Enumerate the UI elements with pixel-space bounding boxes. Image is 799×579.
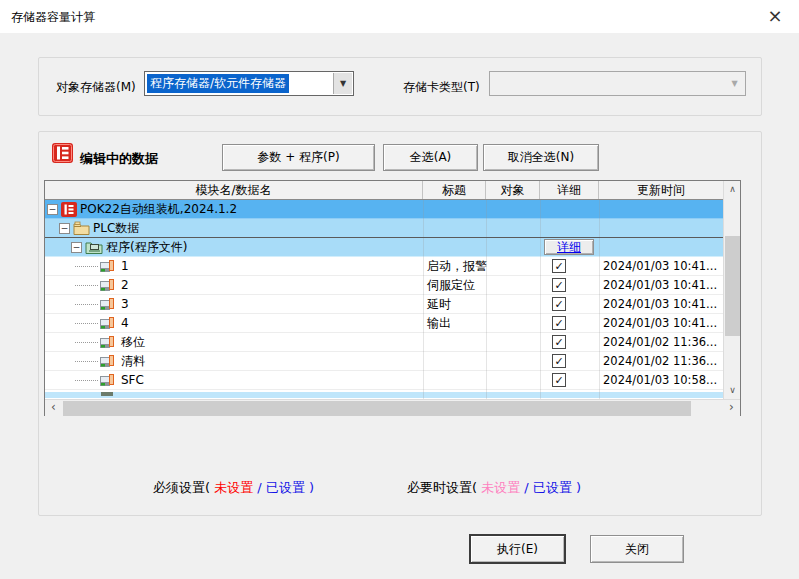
updated-cell: 2024/01/03 10:58... — [603, 371, 717, 389]
tree-item-label: 清料 — [121, 352, 145, 370]
legend-paren: ) — [576, 480, 581, 495]
col-header-name[interactable]: 模块名/数据名 — [45, 181, 423, 199]
close-icon[interactable]: × — [758, 2, 792, 30]
table-row[interactable]: 4 输出 ✓ 2024/01/03 10:41... — [45, 314, 723, 333]
memory-select-group: 对象存储器(M) 程序存储器/软元件存储器 ▼ 存储卡类型(T) ▼ — [38, 57, 762, 116]
target-checkbox[interactable]: ✓ — [552, 259, 566, 273]
tree-connector — [75, 361, 98, 362]
project-icon — [52, 143, 73, 166]
tree-connector — [75, 285, 98, 286]
table-row[interactable]: 3 延时 ✓ 2024/01/03 10:41... — [45, 295, 723, 314]
param-program-button[interactable]: 参数 + 程序(P) — [222, 144, 375, 171]
program-icon — [99, 354, 115, 371]
tree-item-label: 移位 — [121, 333, 145, 351]
collapse-icon[interactable]: − — [47, 204, 58, 215]
deselect-all-button[interactable]: 取消全选(N) — [483, 144, 599, 171]
tree-connector — [75, 304, 98, 305]
required-label: 必须设置( — [153, 480, 210, 495]
target-checkbox[interactable]: ✓ — [552, 278, 566, 292]
target-checkbox[interactable]: ✓ — [552, 297, 566, 311]
table-row[interactable]: 移位 ✓ 2024/01/02 11:36... — [45, 333, 723, 352]
title-cell: 延时 — [427, 295, 451, 313]
tree-connector — [75, 380, 98, 381]
title-cell: 启动，报警 — [427, 257, 487, 275]
legend-paren: ) — [309, 480, 314, 495]
project-icon — [61, 202, 77, 220]
table-row[interactable]: − 程序(程序文件) ✓ 详细 — [45, 238, 723, 257]
title-cell: 输出 — [427, 314, 451, 332]
col-header-target[interactable]: 对象 — [486, 181, 540, 199]
col-header-updated[interactable]: 更新时间 — [599, 181, 723, 199]
partial-row — [45, 390, 723, 399]
tree-connector — [75, 342, 98, 343]
program-icon — [99, 297, 115, 314]
updated-cell: 2024/01/03 10:41... — [603, 276, 717, 294]
program-icon — [99, 316, 115, 333]
scroll-up-icon[interactable]: ∧ — [724, 181, 741, 198]
tree-item-label: PLC数据 — [93, 219, 139, 237]
title-cell: 伺服定位 — [427, 276, 475, 294]
gridline — [540, 200, 541, 399]
target-checkbox[interactable]: ✓ — [552, 354, 566, 368]
collapse-icon[interactable]: − — [59, 223, 70, 234]
optional-label: 必要时设置( — [407, 480, 477, 495]
table-row[interactable]: SFC ✓ 2024/01/03 10:58... — [45, 371, 723, 390]
tree-item-label: 程序(程序文件) — [106, 238, 187, 256]
legend-slash: / — [257, 480, 261, 495]
execute-button[interactable]: 执行(E) — [470, 535, 565, 563]
edit-data-title: 编辑中的数据 — [80, 150, 158, 168]
chevron-down-icon[interactable]: ▼ — [333, 73, 352, 94]
tree-item-label: POK22自动组装机,2024.1.2 — [80, 200, 237, 218]
window-title: 存储器容量计算 — [11, 9, 95, 26]
legend-slash: / — [524, 480, 528, 495]
col-header-title[interactable]: 标题 — [423, 181, 486, 199]
folder-icon — [73, 221, 90, 238]
optional-not-set: 未设置 — [481, 480, 520, 495]
tree-connector — [75, 266, 98, 267]
updated-cell: 2024/01/02 11:36... — [603, 352, 717, 370]
table-row[interactable]: 清料 ✓ 2024/01/02 11:36... — [45, 352, 723, 371]
updated-cell: 2024/01/03 10:41... — [603, 257, 717, 275]
scroll-down-icon[interactable]: ∨ — [724, 382, 741, 399]
close-button[interactable]: 关闭 — [590, 535, 684, 563]
partial-row-icon-fragment — [101, 392, 113, 396]
table-row[interactable]: 2 伺服定位 ✓ 2024/01/03 10:41... — [45, 276, 723, 295]
table-header: 模块名/数据名 标题 对象 详细 更新时间 — [45, 181, 723, 200]
gridline — [486, 200, 487, 399]
program-icon — [99, 259, 115, 276]
optional-set: 已设置 — [533, 480, 572, 495]
required-legend: 必须设置( 未设置 / 已设置 ) — [153, 479, 314, 497]
updated-cell: 2024/01/03 10:41... — [603, 314, 717, 332]
select-all-button[interactable]: 全选(A) — [383, 144, 478, 171]
horizontal-scrollbar[interactable]: ‹ › — [45, 399, 740, 416]
target-checkbox[interactable]: ✓ — [552, 316, 566, 330]
horizontal-scroll-thumb[interactable] — [63, 401, 691, 416]
table-row[interactable]: − POK22自动组装机,2024.1.2 — [45, 200, 723, 219]
program-icon — [99, 335, 115, 352]
vertical-scrollbar[interactable]: ∧ ∨ — [723, 181, 740, 399]
tree-item-label: 4 — [121, 314, 129, 332]
detail-button[interactable]: 详细 — [544, 239, 594, 255]
table-row[interactable]: 1 启动，报警 ✓ 2024/01/03 10:41... — [45, 257, 723, 276]
updated-cell: 2024/01/02 11:36... — [603, 333, 717, 351]
tree-item-label: SFC — [121, 371, 144, 389]
target-memory-label: 对象存储器(M) — [56, 79, 136, 96]
data-table: 模块名/数据名 标题 对象 详细 更新时间 − POK22自动组装机,2024.… — [44, 180, 741, 416]
vertical-scroll-thumb[interactable] — [725, 236, 740, 336]
required-not-set: 未设置 — [214, 480, 253, 495]
scroll-right-icon[interactable]: › — [723, 400, 740, 417]
program-icon — [99, 278, 115, 295]
target-checkbox[interactable]: ✓ — [552, 373, 566, 387]
collapse-icon[interactable]: − — [71, 242, 82, 253]
col-header-detail[interactable]: 详细 — [540, 181, 599, 199]
program-icon — [99, 373, 115, 390]
tree-item-label: 2 — [121, 276, 129, 294]
table-row[interactable]: − PLC数据 — [45, 219, 723, 238]
target-memory-value: 程序存储器/软元件存储器 — [147, 74, 289, 93]
required-set: 已设置 — [266, 480, 305, 495]
card-type-select: ▼ — [489, 71, 746, 96]
target-memory-select[interactable]: 程序存储器/软元件存储器 ▼ — [144, 71, 354, 96]
scroll-left-icon[interactable]: ‹ — [45, 400, 62, 417]
target-checkbox[interactable]: ✓ — [552, 335, 566, 349]
gridline — [599, 200, 600, 399]
